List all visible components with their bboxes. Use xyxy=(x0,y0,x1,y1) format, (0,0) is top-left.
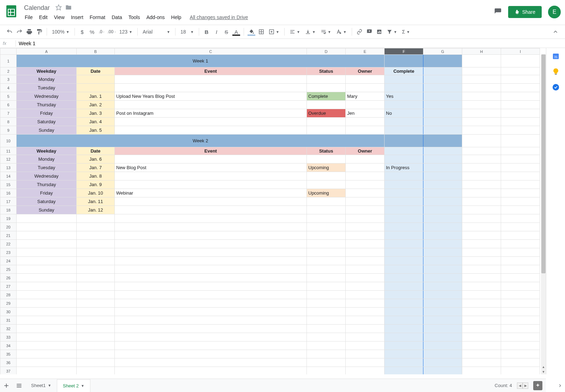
cell-H28[interactable] xyxy=(462,291,501,299)
cell-D26[interactable] xyxy=(307,274,346,282)
cell-A16[interactable]: Friday xyxy=(17,189,77,197)
cell-G13[interactable] xyxy=(423,164,462,172)
account-avatar[interactable]: E xyxy=(548,6,561,18)
cell-I20[interactable] xyxy=(501,223,540,231)
cell-E8[interactable] xyxy=(346,118,385,126)
cell-D34[interactable] xyxy=(307,341,346,350)
cell-E6[interactable] xyxy=(346,101,385,109)
cell-A3[interactable]: Monday xyxy=(17,75,77,84)
cell-B9[interactable]: Jan. 5 xyxy=(77,126,115,135)
cell-F14[interactable] xyxy=(385,172,423,180)
scroll-down-icon[interactable]: ▼ xyxy=(541,369,546,374)
cell-G24[interactable] xyxy=(423,257,462,265)
cell-A28[interactable] xyxy=(17,291,77,299)
cell-E5[interactable]: Mary xyxy=(346,92,385,101)
cell-F3[interactable] xyxy=(385,75,423,84)
cell-F8[interactable] xyxy=(385,118,423,126)
cell-C16[interactable]: Webinar xyxy=(115,189,307,197)
cell-H21[interactable] xyxy=(462,231,501,240)
cell-H31[interactable] xyxy=(462,316,501,325)
cell-I3[interactable] xyxy=(501,75,540,84)
cell-H9[interactable] xyxy=(462,126,501,135)
cell-F7[interactable]: No xyxy=(385,109,423,118)
cell-G15[interactable] xyxy=(423,180,462,189)
row-header-18[interactable]: 18 xyxy=(0,206,17,214)
cell-A24[interactable] xyxy=(17,257,77,265)
cell-D8[interactable] xyxy=(307,118,346,126)
functions-select[interactable]: Σ▼ xyxy=(400,27,412,36)
cell-A33[interactable] xyxy=(17,333,77,341)
cell-B26[interactable] xyxy=(77,274,115,282)
cell-I5[interactable] xyxy=(501,92,540,101)
column-header-F[interactable]: F xyxy=(385,48,423,55)
cell-G14[interactable] xyxy=(423,172,462,180)
cell-F1[interactable] xyxy=(385,55,423,67)
week-title[interactable]: Week 2 xyxy=(17,135,385,147)
cell-I29[interactable] xyxy=(501,299,540,308)
merge-cells-select[interactable]: ▼ xyxy=(267,27,281,36)
cell-D36[interactable] xyxy=(307,358,346,367)
row-header-8[interactable]: 8 xyxy=(0,118,17,126)
row-header-24[interactable]: 24 xyxy=(0,257,17,265)
cell-E37[interactable] xyxy=(346,367,385,375)
cell-B29[interactable] xyxy=(77,299,115,308)
cell-D31[interactable] xyxy=(307,316,346,325)
cell-G12[interactable] xyxy=(423,155,462,164)
cell-H22[interactable] xyxy=(462,240,501,248)
select-all-corner[interactable] xyxy=(0,48,17,55)
cell-H19[interactable] xyxy=(462,214,501,223)
cell-G4[interactable] xyxy=(423,84,462,92)
cell-D3[interactable] xyxy=(307,75,346,84)
menu-view[interactable]: View xyxy=(51,13,67,22)
cell-H32[interactable] xyxy=(462,325,501,333)
cell-H23[interactable] xyxy=(462,248,501,257)
cell-H30[interactable] xyxy=(462,308,501,316)
cell-B19[interactable] xyxy=(77,214,115,223)
paint-format-icon[interactable] xyxy=(35,27,44,36)
cell-A35[interactable] xyxy=(17,350,77,358)
cell-H35[interactable] xyxy=(462,350,501,358)
column-header-B[interactable]: B xyxy=(77,48,115,55)
cell-F18[interactable] xyxy=(385,206,423,214)
text-color-icon[interactable]: A xyxy=(232,27,241,36)
cell-H5[interactable] xyxy=(462,92,501,101)
cell-D35[interactable] xyxy=(307,350,346,358)
cell-A27[interactable] xyxy=(17,282,77,291)
cell-D30[interactable] xyxy=(307,308,346,316)
cell-D5[interactable]: Complete xyxy=(307,92,346,101)
cell-F15[interactable] xyxy=(385,180,423,189)
row-header-34[interactable]: 34 xyxy=(0,341,17,350)
insert-link-icon[interactable] xyxy=(355,27,364,36)
cell-D22[interactable] xyxy=(307,240,346,248)
cell-E34[interactable] xyxy=(346,341,385,350)
cell-F31[interactable] xyxy=(385,316,423,325)
sheets-logo-icon[interactable] xyxy=(4,4,18,18)
cell-I25[interactable] xyxy=(501,265,540,274)
cell-I8[interactable] xyxy=(501,118,540,126)
cell-F35[interactable] xyxy=(385,350,423,358)
cell-F23[interactable] xyxy=(385,248,423,257)
cell-H6[interactable] xyxy=(462,101,501,109)
cell-I15[interactable] xyxy=(501,180,540,189)
cell-D4[interactable] xyxy=(307,84,346,92)
cell-E32[interactable] xyxy=(346,325,385,333)
cell-I19[interactable] xyxy=(501,214,540,223)
cell-H4[interactable] xyxy=(462,84,501,92)
cell-E21[interactable] xyxy=(346,231,385,240)
column-header-I[interactable]: I xyxy=(501,48,540,55)
cell-A13[interactable]: Tuesday xyxy=(17,164,77,172)
cell-H24[interactable] xyxy=(462,257,501,265)
font-size-select[interactable]: 18▼ xyxy=(178,27,196,36)
tasks-addon-icon[interactable] xyxy=(552,83,560,91)
cell-G3[interactable] xyxy=(423,75,462,84)
cell-C14[interactable] xyxy=(115,172,307,180)
number-format-select[interactable]: 123▼ xyxy=(117,27,135,36)
cell-F27[interactable] xyxy=(385,282,423,291)
cell-H26[interactable] xyxy=(462,274,501,282)
cell-C22[interactable] xyxy=(115,240,307,248)
cell-G6[interactable] xyxy=(423,101,462,109)
save-status[interactable]: All changes saved in Drive xyxy=(190,14,248,20)
row-header-31[interactable]: 31 xyxy=(0,316,17,325)
cell-B22[interactable] xyxy=(77,240,115,248)
cell-E27[interactable] xyxy=(346,282,385,291)
